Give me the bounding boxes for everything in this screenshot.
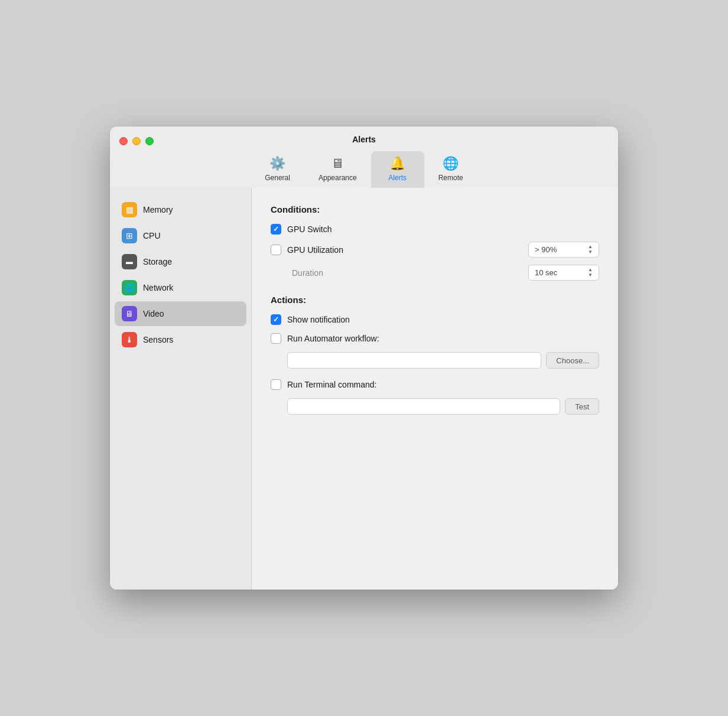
sidebar-label-memory: Memory [143, 205, 173, 214]
condition-duration: Duration 10 sec ▲ ▼ [271, 265, 599, 281]
tab-general-label: General [265, 174, 290, 182]
actions-title: Actions: [271, 295, 599, 305]
run-terminal-checkbox[interactable] [271, 379, 281, 390]
run-terminal-label: Run Terminal command: [287, 380, 376, 389]
sidebar-item-sensors[interactable]: 🌡 Sensors [115, 327, 246, 352]
condition-gpu-utilization: GPU Utilization > 90% ▲ ▼ [271, 242, 599, 258]
dropdown-chevron: ▲ ▼ [588, 245, 593, 255]
remote-icon: 🌐 [443, 156, 459, 171]
tab-bar: ⚙️ General 🖥 Appearance 🔔 Alerts 🌐 Remot… [227, 151, 500, 188]
automator-input-row: Choose... [287, 352, 599, 369]
automator-input[interactable] [287, 352, 541, 369]
sidebar-label-sensors: Sensors [143, 335, 173, 344]
actions-section: Actions: Show notification Run Automator… [271, 295, 599, 415]
gpu-utilization-value: > 90% [535, 245, 557, 254]
maximize-button[interactable] [145, 137, 154, 145]
tab-alerts[interactable]: 🔔 Alerts [371, 151, 424, 188]
run-automator-checkbox[interactable] [271, 333, 281, 344]
sidebar-item-network[interactable]: 🌐 Network [115, 275, 246, 300]
sensors-icon: 🌡 [122, 332, 137, 347]
content-area: ▦ Memory ⊞ CPU ▬ Storage 🌐 Netwo [110, 188, 618, 590]
choose-button[interactable]: Choose... [546, 352, 599, 369]
gpu-switch-checkbox[interactable] [271, 224, 281, 235]
gpu-utilization-dropdown[interactable]: > 90% ▲ ▼ [528, 242, 599, 258]
alerts-icon: 🔔 [389, 156, 405, 171]
sidebar: ▦ Memory ⊞ CPU ▬ Storage 🌐 Netwo [110, 188, 252, 590]
traffic-lights [119, 137, 154, 145]
sidebar-item-storage[interactable]: ▬ Storage [115, 249, 246, 274]
titlebar: Alerts ⚙️ General 🖥 Appearance 🔔 Alerts … [110, 126, 618, 188]
gpu-switch-label: GPU Switch [287, 224, 599, 234]
minimize-button[interactable] [132, 137, 141, 145]
terminal-input-row: Test [287, 398, 599, 415]
sidebar-item-cpu[interactable]: ⊞ CPU [115, 223, 246, 248]
network-icon: 🌐 [122, 280, 137, 295]
tab-appearance[interactable]: 🖥 Appearance [304, 151, 371, 188]
sidebar-item-memory[interactable]: ▦ Memory [115, 197, 246, 222]
main-panel: Conditions: GPU Switch GPU Utilization >… [252, 188, 618, 590]
duration-label: Duration [292, 268, 522, 278]
tab-remote[interactable]: 🌐 Remote [424, 151, 477, 188]
duration-value: 10 sec [535, 268, 557, 277]
appearance-icon: 🖥 [331, 156, 344, 171]
sidebar-label-cpu: CPU [143, 231, 161, 240]
sidebar-label-network: Network [143, 283, 173, 292]
terminal-input[interactable] [287, 398, 560, 415]
close-button[interactable] [119, 137, 128, 145]
show-notification-label: Show notification [287, 315, 350, 324]
action-run-terminal: Run Terminal command: [271, 379, 599, 390]
gpu-utilization-label: GPU Utilization [287, 245, 522, 255]
action-run-automator: Run Automator workflow: [271, 333, 599, 344]
storage-icon: ▬ [122, 254, 137, 269]
sidebar-label-video: Video [143, 309, 164, 318]
show-notification-checkbox[interactable] [271, 314, 281, 325]
tab-alerts-label: Alerts [388, 174, 407, 182]
tab-remote-label: Remote [438, 174, 463, 182]
tab-general[interactable]: ⚙️ General [251, 151, 304, 188]
duration-dropdown[interactable]: 10 sec ▲ ▼ [528, 265, 599, 281]
duration-chevron: ▲ ▼ [588, 268, 593, 278]
test-button[interactable]: Test [565, 398, 599, 415]
cpu-icon: ⊞ [122, 228, 137, 243]
window-title: Alerts [352, 135, 376, 144]
sidebar-item-video[interactable]: 🖥 Video [115, 301, 246, 326]
video-icon: 🖥 [122, 306, 137, 321]
gpu-utilization-checkbox[interactable] [271, 245, 281, 255]
general-icon: ⚙️ [269, 156, 285, 171]
action-show-notification: Show notification [271, 314, 599, 325]
run-automator-label: Run Automator workflow: [287, 334, 379, 343]
tab-appearance-label: Appearance [318, 174, 357, 182]
app-window: Alerts ⚙️ General 🖥 Appearance 🔔 Alerts … [110, 126, 618, 590]
sidebar-label-storage: Storage [143, 257, 172, 266]
conditions-title: Conditions: [271, 204, 599, 214]
memory-icon: ▦ [122, 202, 137, 217]
condition-gpu-switch: GPU Switch [271, 224, 599, 235]
